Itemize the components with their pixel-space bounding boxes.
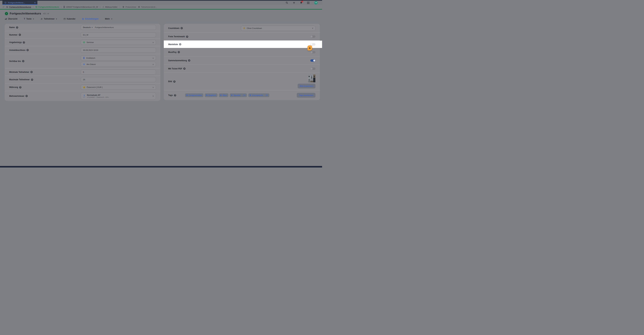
tags-bearbeiten-button[interactable]: Tags bearbeiten [297, 93, 316, 98]
tag-chip[interactable]: Fortgeschritten [185, 93, 204, 97]
calendar-icon [64, 18, 66, 20]
field-label: Mehrwertsteuer [9, 95, 24, 97]
field-label: Mit Ticket PDF [168, 68, 182, 70]
notifications-bell-icon[interactable]: 1 [300, 2, 302, 4]
sammelanmeldung-toggle[interactable] [310, 59, 316, 62]
max-teilnehmer-value: 25 [83, 78, 85, 80]
tab-mehr[interactable]: Mehr ∨ [105, 18, 112, 20]
help-icon[interactable]: ? [19, 86, 22, 88]
chart-icon [5, 18, 7, 20]
field-label: Name [9, 26, 15, 28]
min-teilnehmer-input[interactable]: 5 [81, 70, 156, 75]
field-label: Nummer [9, 34, 18, 36]
help-icon[interactable]: ? [19, 34, 21, 36]
angebotstyp-select[interactable]: Seminar ∨ [81, 40, 156, 45]
help-icon[interactable]: ? [30, 71, 33, 73]
row-nummer: Nummer ? E3_W [5, 31, 160, 38]
person-icon [102, 6, 104, 8]
sichtbar-bis-mode-select[interactable]: Enddatum ∨ [81, 56, 156, 60]
tab-teilnehmer[interactable]: Teilnehmer ∨ [40, 18, 57, 20]
help-icon[interactable]: ? [188, 59, 190, 62]
help-icon[interactable]: ? [26, 95, 28, 97]
avatar[interactable]: CB [314, 1, 318, 4]
countdown-select[interactable]: Ohne Countdown ∨ [241, 26, 316, 31]
settings-form: Name ? Deutsch ∨ Fortgeschrittenenkurs N… [5, 24, 322, 101]
apps-grid-icon[interactable] [307, 2, 309, 4]
row-freie-terminwahl: Freie Terminwahl ? [164, 32, 320, 40]
help-icon[interactable]: ? [183, 68, 186, 70]
breadcrumb-item-person[interactable]: Melissa Keller [102, 6, 118, 8]
mehrwertsteuer-select[interactable]: $ Normalsatz AT AT1234567 - Österreich -… [81, 92, 156, 100]
row-angebotstyp: Angebotstyp ? Seminar ∨ [5, 38, 160, 46]
history-icon[interactable]: ↺ [2, 6, 4, 8]
page-content: Fortgeschrittenenkurs #E3_W Übersicht T … [0, 10, 322, 101]
bild-bearbeiten-button[interactable]: Bild bearbeiten [298, 84, 316, 88]
stopwatch-icon [243, 27, 245, 29]
warteliste-toggle[interactable] [310, 43, 316, 46]
help-icon[interactable]: ? [22, 60, 24, 62]
max-teilnehmer-input[interactable]: 25 [81, 77, 156, 82]
tab-kalender[interactable]: Kalender [64, 18, 76, 20]
tag-chip[interactable]: Wien [219, 93, 228, 97]
sichtbar-bis-datum-select[interactable]: Am Datum ∨ [81, 62, 156, 67]
tab-uebersicht[interactable]: Übersicht [5, 18, 17, 20]
cube-icon [83, 41, 85, 43]
breadcrumb-divider [120, 6, 120, 8]
mustpay-toggle[interactable] [310, 51, 316, 54]
tag-chip[interactable]: Kurssprache → EN [248, 93, 269, 97]
help-icon[interactable]: ? [180, 27, 183, 29]
tab-einstellungen[interactable]: ⚙ Einstellungen [82, 18, 98, 20]
sichtbar-bis-datum-value: Am Datum [86, 63, 96, 65]
tab-texte[interactable]: T Texte ∨ [24, 18, 34, 20]
waehrung-select[interactable]: Österreich [ EUR ] ∨ [81, 85, 156, 90]
field-label: Warteliste [168, 43, 178, 46]
action-teilnehmendenliste[interactable]: Teilnehmendenli... [138, 6, 157, 8]
help-icon[interactable]: ? [173, 80, 176, 83]
freie-terminwahl-toggle[interactable] [310, 35, 316, 38]
workspace-tab[interactable]: Fortgeschrittene... ✕ [2, 1, 38, 5]
course-code: #E3_W [43, 12, 49, 14]
chevron-down-icon: ∨ [152, 64, 154, 65]
course-nav-tabs: Übersicht T Texte ∨ Teilnehmer ∨ Kale [0, 18, 322, 20]
name-input[interactable]: Deutsch ∨ Fortgeschrittenenkurs [81, 25, 156, 30]
help-icon[interactable]: ? [178, 51, 180, 53]
tag-icon [250, 94, 251, 96]
breadcrumb-item-termin[interactable]: 220337 Fortgeschrittenenkurs E3_W [63, 6, 98, 8]
chevron-down-icon: ∨ [56, 18, 57, 20]
workspace-tab-title: Fortgeschrittene... [8, 2, 33, 4]
folder-icon [6, 6, 8, 8]
anmeldeschluss-input[interactable]: 30.09.2023 18:00 [81, 48, 156, 53]
page-title: Fortgeschrittenenkurs [10, 12, 41, 15]
help-icon[interactable]: ? [186, 36, 188, 38]
nummer-input[interactable]: E3_W [81, 32, 156, 38]
tab-close-icon[interactable]: ✕ [34, 2, 36, 4]
help-icon[interactable]: ? [31, 78, 33, 81]
tag-chip[interactable]: Sprache → EN [230, 93, 247, 97]
help-icon[interactable]: ? [174, 94, 176, 96]
help-icon[interactable]: ? [16, 26, 18, 28]
row-sichtbar-bis: Sichtbar bis ? Enddatum ∨ [5, 54, 160, 68]
field-label: Angebotstyp [9, 41, 22, 44]
breadcrumb-separator: › [100, 6, 100, 8]
tag-chip[interactable]: Englisch [205, 93, 218, 97]
action-praesenzliste[interactable]: Präsenzliste [122, 6, 136, 8]
row-anmeldeschluss: Anmeldeschluss ? 30.09.2023 18:00 [5, 46, 160, 54]
breadcrumb-item-kurs[interactable]: Fortgeschrittenenkurs [35, 6, 59, 8]
row-waehrung: Währung ? Österreich [ EUR ] ∨ [5, 83, 160, 91]
app-root: { "colors": { "accent_blue": "#2f5fc1", … [0, 0, 322, 168]
mit-ticket-pdf-toggle[interactable] [310, 68, 316, 70]
add-icon[interactable] [293, 2, 295, 4]
help-icon[interactable]: ? [179, 43, 181, 46]
row-sammelanmeldung: Sammelanmeldung ? [164, 56, 320, 64]
row-countdown: Countdown ? Ohne Countdown ∨ [164, 24, 320, 32]
bottom-bar [0, 166, 322, 168]
help-icon[interactable]: ? [23, 41, 25, 44]
language-selector[interactable]: Deutsch ∨ [83, 26, 93, 28]
topbar-actions: 1 CB [286, 1, 322, 5]
search-icon[interactable] [286, 2, 288, 4]
help-icon[interactable]: ? [26, 49, 29, 51]
chevron-down-icon: ∨ [111, 18, 112, 20]
chevron-down-icon: ∨ [152, 86, 154, 88]
breadcrumb-item-kurse[interactable]: Fortgeschrittenenkurse [6, 6, 31, 8]
clock-icon [83, 63, 85, 65]
